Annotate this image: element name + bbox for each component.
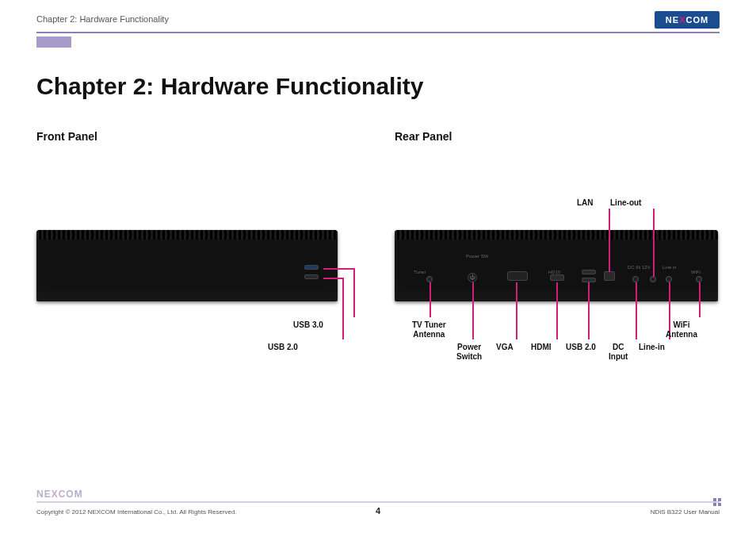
callout-line-usb30-v — [353, 268, 355, 317]
footer-page-number: 4 — [0, 506, 756, 516]
callout-usb20-rear — [588, 282, 590, 339]
callout-power — [472, 282, 474, 339]
label-usb30: USB 3.0 — [293, 320, 323, 330]
device-top-grille — [36, 230, 338, 240]
page-title: Chapter 2: Hardware Functionality — [36, 73, 423, 100]
callout-vga — [516, 282, 517, 339]
breadcrumb: Chapter 2: Hardware Functionality — [36, 14, 720, 24]
label-tvtuner: TV Tuner Antenna — [412, 320, 446, 339]
footer-divider — [36, 501, 720, 503]
rear-panel-heading: Rear Panel — [395, 130, 452, 143]
lineout-port-icon — [650, 276, 656, 282]
front-panel-heading: Front Panel — [36, 130, 97, 143]
callout-tvtuner — [430, 282, 431, 317]
nexcom-logo: NEXCOM — [655, 11, 720, 29]
label-lineout: Line-out — [610, 198, 641, 208]
label-hdmi: HDMI — [531, 343, 552, 352]
silk-power-sw: Power SW — [466, 254, 488, 259]
label-lan: LAN — [577, 198, 594, 208]
page-header: Chapter 2: Hardware Functionality NEXCOM — [36, 14, 720, 35]
lan-port-icon — [604, 271, 615, 281]
silk-tuner: Tuner — [414, 270, 426, 274]
label-vga: VGA — [496, 343, 514, 352]
label-usb20-rear: USB 2.0 — [566, 343, 596, 352]
logo-text-pre: NE — [666, 15, 679, 25]
silk-linein: Line in — [662, 265, 677, 270]
header-divider — [36, 32, 720, 33]
callout-lineout — [653, 209, 655, 277]
dc-input-port-icon — [632, 276, 639, 282]
footer-doc-title: NDiS B322 User Manual — [651, 508, 720, 516]
silk-wifi: WiFi — [691, 270, 701, 274]
silk-dcin: DC IN 12V — [628, 265, 651, 270]
vga-port-icon — [507, 271, 528, 281]
wifi-antenna-port-icon — [696, 276, 702, 282]
callout-lan — [609, 209, 610, 272]
callout-wifi — [699, 282, 701, 317]
footer-logo-post: COM — [59, 489, 83, 500]
power-switch-icon: ⏻ — [468, 273, 477, 282]
hdmi-port-icon — [550, 274, 564, 281]
footer-logo: NEXCOM — [36, 489, 83, 500]
callout-line-usb20-v — [342, 278, 344, 339]
usb30-port-icon — [304, 265, 319, 270]
footer-logo-pre: NE — [36, 489, 52, 500]
label-usb20-front: USB 2.0 — [268, 343, 298, 352]
callout-line-usb30 — [323, 268, 355, 270]
label-dc: DC Input — [609, 343, 628, 361]
tuner-antenna-port-icon — [426, 276, 433, 282]
footer-logo-x: X — [52, 489, 59, 500]
usb20-port-icon — [304, 274, 319, 279]
callout-hdmi — [556, 282, 558, 339]
label-power: Power Switch — [456, 343, 482, 361]
side-tab-decoration — [36, 36, 71, 48]
usb20-rear-port-icon-a — [582, 270, 596, 274]
label-linein: Line-in — [639, 343, 665, 352]
callout-dc — [636, 282, 637, 339]
front-device-illustration — [36, 230, 338, 301]
callout-line-usb20-h — [323, 278, 344, 279]
device-top-grille-rear — [395, 230, 718, 240]
linein-port-icon — [666, 276, 672, 282]
logo-text-post: COM — [685, 15, 708, 25]
label-wifi: WiFi Antenna — [666, 320, 697, 339]
